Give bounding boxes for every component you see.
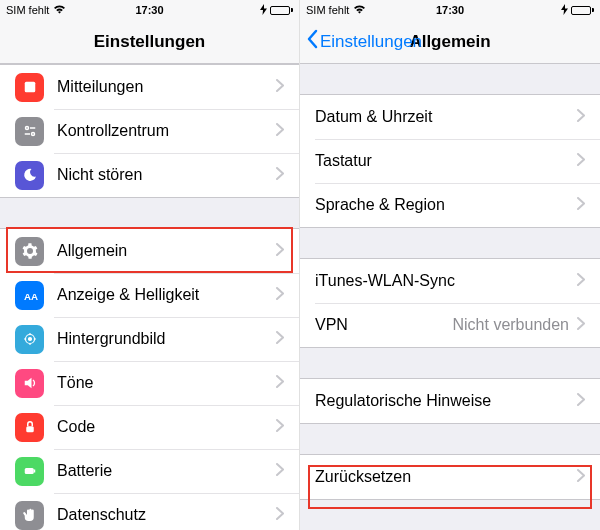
clock: 17:30 bbox=[0, 4, 299, 16]
chevron-right-icon bbox=[276, 166, 284, 184]
row-label: Datenschutz bbox=[57, 506, 276, 524]
list-group-sync: iTunes-WLAN-Sync VPN Nicht verbunden bbox=[300, 258, 600, 348]
row-sounds[interactable]: Töne bbox=[0, 361, 299, 405]
row-language-region[interactable]: Sprache & Region bbox=[300, 183, 600, 227]
control-center-icon bbox=[15, 117, 44, 146]
svg-rect-14 bbox=[33, 470, 35, 473]
svg-rect-13 bbox=[24, 468, 33, 474]
svg-point-3 bbox=[31, 133, 34, 136]
charging-icon bbox=[561, 4, 568, 17]
chevron-left-icon bbox=[306, 29, 318, 54]
row-battery[interactable]: Batterie bbox=[0, 449, 299, 493]
row-label: Nicht stören bbox=[57, 166, 276, 184]
nav-bar: Einstellungen bbox=[0, 20, 299, 64]
row-keyboard[interactable]: Tastatur bbox=[300, 139, 600, 183]
row-detail: Nicht verbunden bbox=[452, 316, 569, 334]
wallpaper-icon bbox=[15, 325, 44, 354]
row-wallpaper[interactable]: Hintergrundbild bbox=[0, 317, 299, 361]
row-label: Datum & Uhrzeit bbox=[315, 108, 577, 126]
row-display-brightness[interactable]: AA Anzeige & Helligkeit bbox=[0, 273, 299, 317]
row-vpn[interactable]: VPN Nicht verbunden bbox=[300, 303, 600, 347]
clock: 17:30 bbox=[300, 4, 600, 16]
display-icon: AA bbox=[15, 281, 44, 310]
row-label: Anzeige & Helligkeit bbox=[57, 286, 276, 304]
row-privacy[interactable]: Datenschutz bbox=[0, 493, 299, 530]
row-general[interactable]: Allgemein bbox=[0, 229, 299, 273]
battery-icon bbox=[571, 6, 594, 15]
row-label: Hintergrundbild bbox=[57, 330, 276, 348]
row-code[interactable]: Code bbox=[0, 405, 299, 449]
row-label: Mitteilungen bbox=[57, 78, 276, 96]
chevron-right-icon bbox=[276, 122, 284, 140]
battery-icon bbox=[270, 6, 293, 15]
row-label: VPN bbox=[315, 316, 452, 334]
row-label: Sprache & Region bbox=[315, 196, 577, 214]
svg-rect-12 bbox=[26, 426, 34, 432]
row-itunes-wlan-sync[interactable]: iTunes-WLAN-Sync bbox=[300, 259, 600, 303]
chevron-right-icon bbox=[276, 286, 284, 304]
chevron-right-icon bbox=[577, 468, 585, 486]
status-bar: SIM fehlt 17:30 bbox=[0, 0, 299, 20]
moon-icon bbox=[15, 161, 44, 190]
battery-icon bbox=[15, 457, 44, 486]
chevron-right-icon bbox=[577, 196, 585, 214]
list-group-notifications: Mitteilungen Kontrollzentrum Nicht störe bbox=[0, 64, 299, 198]
svg-point-7 bbox=[28, 338, 31, 341]
row-label: Töne bbox=[57, 374, 276, 392]
row-label: Tastatur bbox=[315, 152, 577, 170]
chevron-right-icon bbox=[577, 272, 585, 290]
chevron-right-icon bbox=[577, 316, 585, 334]
row-do-not-disturb[interactable]: Nicht stören bbox=[0, 153, 299, 197]
row-notifications[interactable]: Mitteilungen bbox=[0, 65, 299, 109]
row-date-time[interactable]: Datum & Uhrzeit bbox=[300, 95, 600, 139]
back-button[interactable]: Einstellungen bbox=[306, 29, 422, 54]
back-label: Einstellungen bbox=[320, 32, 422, 52]
speaker-icon bbox=[15, 369, 44, 398]
row-label: Allgemein bbox=[57, 242, 276, 260]
row-label: Code bbox=[57, 418, 276, 436]
chevron-right-icon bbox=[276, 418, 284, 436]
svg-point-1 bbox=[25, 127, 28, 130]
chevron-right-icon bbox=[276, 374, 284, 392]
status-bar: SIM fehlt 17:30 bbox=[300, 0, 600, 20]
chevron-right-icon bbox=[276, 78, 284, 96]
hand-icon bbox=[15, 501, 44, 530]
chevron-right-icon bbox=[577, 152, 585, 170]
row-label: Kontrollzentrum bbox=[57, 122, 276, 140]
svg-text:AA: AA bbox=[24, 291, 38, 302]
row-label: Regulatorische Hinweise bbox=[315, 392, 577, 410]
chevron-right-icon bbox=[276, 506, 284, 524]
row-label: Zurücksetzen bbox=[315, 468, 577, 486]
list-group-reset: Zurücksetzen bbox=[300, 454, 600, 500]
row-control-center[interactable]: Kontrollzentrum bbox=[0, 109, 299, 153]
settings-root-screen: SIM fehlt 17:30 Einstellungen bbox=[0, 0, 300, 530]
list-group-regulatory: Regulatorische Hinweise bbox=[300, 378, 600, 424]
chevron-right-icon bbox=[577, 392, 585, 410]
row-regulatory[interactable]: Regulatorische Hinweise bbox=[300, 379, 600, 423]
page-title: Einstellungen bbox=[94, 32, 205, 52]
gear-icon bbox=[15, 237, 44, 266]
lock-icon bbox=[15, 413, 44, 442]
general-settings-screen: SIM fehlt 17:30 Eins bbox=[300, 0, 600, 530]
chevron-right-icon bbox=[577, 108, 585, 126]
charging-icon bbox=[260, 4, 267, 17]
svg-rect-0 bbox=[24, 82, 35, 93]
row-label: iTunes-WLAN-Sync bbox=[315, 272, 577, 290]
chevron-right-icon bbox=[276, 330, 284, 348]
chevron-right-icon bbox=[276, 242, 284, 260]
row-reset[interactable]: Zurücksetzen bbox=[300, 455, 600, 499]
chevron-right-icon bbox=[276, 462, 284, 480]
notifications-icon bbox=[15, 73, 44, 102]
nav-bar: Einstellungen Allgemein bbox=[300, 20, 600, 64]
row-label: Batterie bbox=[57, 462, 276, 480]
list-group-datetime: Datum & Uhrzeit Tastatur Sprache & Regio… bbox=[300, 94, 600, 228]
list-group-general: Allgemein AA Anzeige & Helligkeit Hinter… bbox=[0, 228, 299, 530]
